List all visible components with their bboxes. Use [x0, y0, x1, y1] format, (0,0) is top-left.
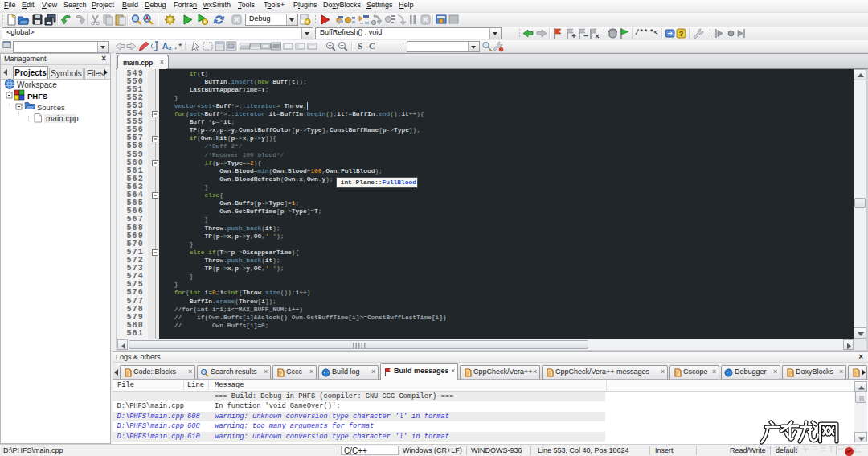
svg-text:?: ?: [679, 30, 684, 38]
svg-text:PHFS: PHFS: [27, 92, 47, 101]
svg-text:.*: .*: [174, 43, 182, 51]
svg-text:Workspace: Workspace: [17, 80, 57, 89]
svg-text:main.cpp: main.cpp: [46, 114, 79, 123]
svg-text:a: a: [168, 44, 172, 51]
svg-text:Sources: Sources: [37, 103, 65, 112]
